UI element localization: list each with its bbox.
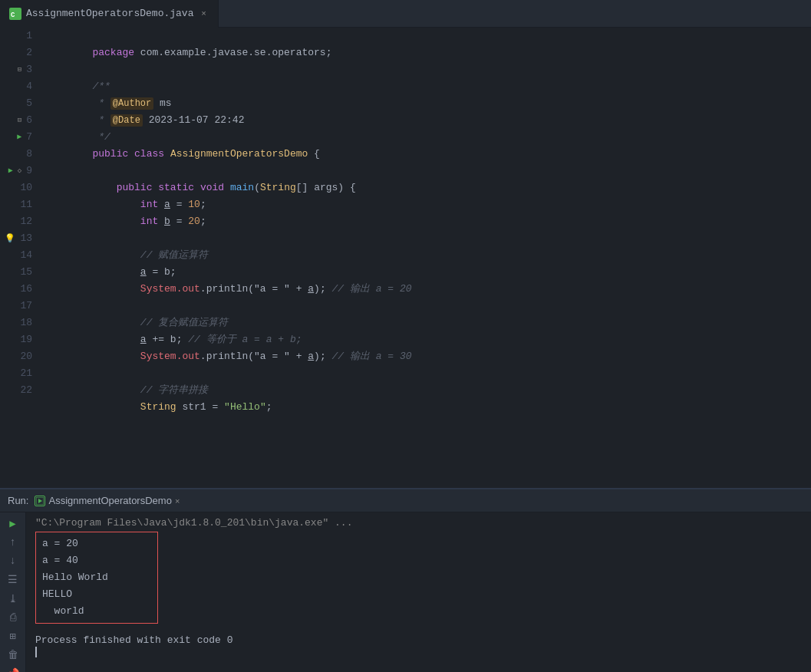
line-numbers: 1 2 ⊟ 3 4 5 ⊟ 6 ▶ 7 8 ▶ ◇ 9 10 11 xyxy=(0,28,38,488)
run-tab-icon xyxy=(35,496,45,506)
line-8: 8 xyxy=(6,146,32,163)
run-gutter-9[interactable]: ▶ xyxy=(8,163,13,180)
cmd-line: "C:\Program Files\Java\jdk1.8.0_201\bin\… xyxy=(35,517,802,529)
run-header: Run: AssignmentOperatorsDemo × xyxy=(0,489,811,512)
run-up-button[interactable]: ↑ xyxy=(5,536,21,548)
line-11: 11 xyxy=(6,196,32,213)
line-15: 15 xyxy=(6,264,32,281)
run-play-button[interactable]: ▶ xyxy=(5,517,21,530)
editor-tab[interactable]: C AssignmentOperatorsDemo.java × xyxy=(0,0,219,28)
line-2: 2 xyxy=(6,44,32,61)
run-trash-button[interactable]: 🗑 xyxy=(5,649,21,661)
code-lines: package com.example.javase.se.operators;… xyxy=(38,28,811,488)
line-9: ▶ ◇ 9 xyxy=(6,163,32,180)
output-line-1: a = 20 xyxy=(42,535,151,552)
date-annotation: @Date xyxy=(110,114,143,127)
tab-bar: C AssignmentOperatorsDemo.java × xyxy=(0,0,811,28)
run-body: ▶ ↑ ↓ ☰ ⤓ ⎙ ⊞ 🗑 📌 "C:\Program Files\Java… xyxy=(0,512,811,672)
run-output: "C:\Program Files\Java\jdk1.8.0_201\bin\… xyxy=(26,512,811,672)
run-print-button[interactable]: ⎙ xyxy=(5,611,21,624)
tab-filename: AssignmentOperatorsDemo.java xyxy=(26,8,193,19)
line-20: 20 xyxy=(6,348,32,365)
code-line-7: public class AssignmentOperatorsDemo { xyxy=(38,129,811,146)
run-tab-close[interactable]: × xyxy=(175,496,180,506)
bulb-icon-13[interactable]: 💡 xyxy=(5,230,15,247)
editor-area: 1 2 ⊟ 3 4 5 ⊟ 6 ▶ 7 8 ▶ ◇ 9 10 11 xyxy=(0,28,811,488)
run-sidebar: ▶ ↑ ↓ ☰ ⤓ ⎙ ⊞ 🗑 📌 xyxy=(0,512,26,672)
run-panel: Run: AssignmentOperatorsDemo × ▶ ↑ ↓ ☰ ⤓… xyxy=(0,488,811,672)
java-file-icon: C xyxy=(9,8,21,20)
code-line-17: // 复合赋值运算符 xyxy=(38,298,811,315)
output-line-3: Hello World xyxy=(42,569,151,586)
line-21: 21 xyxy=(6,365,32,382)
fold-icon-3[interactable]: ⊟ xyxy=(18,61,21,78)
line-13: 💡 13 xyxy=(6,230,32,247)
line-19: 19 xyxy=(6,331,32,348)
code-line-13: // 赋值运算符 xyxy=(38,230,811,247)
terminal-cursor xyxy=(35,647,37,657)
line-17: 17 xyxy=(6,298,32,315)
line-18: 18 xyxy=(6,315,32,331)
run-label: Run: xyxy=(8,495,28,506)
code-content: 1 2 ⊟ 3 4 5 ⊟ 6 ▶ 7 8 ▶ ◇ 9 10 11 xyxy=(0,28,811,488)
output-line-2: a = 40 xyxy=(42,552,151,569)
line-14: 14 xyxy=(6,247,32,264)
run-gutter-7[interactable]: ▶ xyxy=(17,129,21,146)
line-12: 12 xyxy=(6,213,32,230)
svg-marker-3 xyxy=(38,499,42,503)
code-line-3: /** xyxy=(38,61,811,78)
author-annotation: @Author xyxy=(110,97,153,110)
line-4: 4 xyxy=(6,78,32,95)
line-3: ⊟ 3 xyxy=(6,61,32,78)
output-line-5: world xyxy=(42,603,151,620)
line-6: ⊟ 6 xyxy=(6,112,32,129)
run-down-button[interactable]: ↓ xyxy=(5,555,21,567)
code-line-21: // 字符串拼接 xyxy=(38,365,811,382)
line-16: 16 xyxy=(6,281,32,298)
line-22: 22 xyxy=(6,382,32,399)
run-list-button[interactable]: ☰ xyxy=(5,573,21,586)
debug-gutter-9[interactable]: ◇ xyxy=(18,163,21,180)
tab-close-button[interactable]: × xyxy=(198,8,209,19)
line-7: ▶ 7 xyxy=(6,129,32,146)
line-1: 1 xyxy=(6,28,32,44)
svg-text:C: C xyxy=(11,12,15,19)
output-line-4: HELLO xyxy=(42,586,151,603)
code-line-4: * @Author ms xyxy=(38,78,811,95)
output-box: a = 20 a = 40 Hello World HELLO world xyxy=(35,532,158,624)
run-pin-button[interactable]: 📌 xyxy=(5,667,21,672)
run-tab-play-icon xyxy=(36,497,44,505)
fold-icon-6[interactable]: ⊟ xyxy=(18,112,21,129)
line-5: 5 xyxy=(6,95,32,112)
code-line-1: package com.example.javase.se.operators; xyxy=(38,28,811,44)
line-10: 10 xyxy=(6,180,32,196)
run-import-button[interactable]: ⤓ xyxy=(5,592,21,605)
code-line-9: public static void main(String[] args) { xyxy=(38,163,811,180)
cursor-line xyxy=(35,646,802,657)
process-finished-line: Process finished with exit code 0 xyxy=(35,634,802,646)
run-tab-name: AssignmentOperatorsDemo xyxy=(48,495,171,506)
run-tab[interactable]: AssignmentOperatorsDemo × xyxy=(35,495,180,506)
run-group-button[interactable]: ⊞ xyxy=(5,630,21,643)
